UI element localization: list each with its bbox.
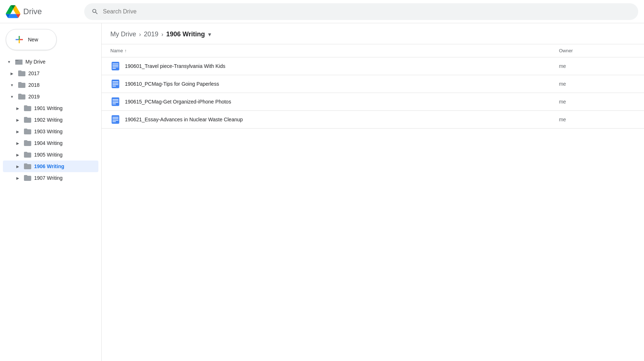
sidebar-item-my-drive[interactable]: My Drive	[3, 56, 98, 68]
sidebar-item-label-1902: 1902 Writing	[34, 117, 62, 123]
new-button-label: New	[28, 37, 38, 42]
sidebar-item-label-2017: 2017	[28, 70, 40, 76]
file-name-cell: 190621_Essay-Advances in Nuclear Waste C…	[102, 111, 550, 129]
folder-icon-2019	[17, 92, 26, 101]
svg-rect-18	[113, 118, 118, 119]
sidebar-item-1905[interactable]: 1905 Writing	[3, 149, 98, 161]
file-row-name: 190621_Essay-Advances in Nuclear Waste C…	[110, 114, 542, 125]
drive-logo-icon	[6, 4, 20, 19]
table-row[interactable]: 190610_PCMag-Tips for Going Paperless me	[102, 75, 644, 93]
file-name-cell: 190610_PCMag-Tips for Going Paperless	[102, 75, 550, 93]
sidebar-item-label-1905: 1905 Writing	[34, 152, 62, 158]
sidebar-item-1903[interactable]: 1903 Writing	[3, 126, 98, 137]
sidebar-item-label-my-drive: My Drive	[25, 59, 45, 65]
chevron-right-icon-1907	[15, 175, 21, 181]
logo-text: Drive	[23, 7, 42, 16]
svg-rect-10	[113, 86, 116, 86]
search-input[interactable]	[103, 8, 631, 15]
doc-icon	[110, 79, 121, 89]
table-row[interactable]: 190601_Travel piece-Transylvania With Ki…	[102, 57, 644, 75]
chevron-down-icon-2018	[9, 82, 15, 88]
breadcrumb-item-my-drive[interactable]: My Drive	[110, 31, 136, 38]
owner-text: me	[559, 99, 566, 105]
svg-rect-13	[113, 101, 118, 101]
svg-rect-16	[112, 115, 119, 123]
sidebar-item-label-1907: 1907 Writing	[34, 175, 62, 181]
svg-rect-7	[113, 81, 118, 82]
folder-icon-2018	[17, 81, 26, 89]
sidebar-item-2019[interactable]: 2019	[3, 91, 98, 102]
svg-rect-11	[112, 97, 119, 106]
breadcrumb-current-label: 1906 Writing	[166, 31, 205, 38]
sidebar: New My Drive 2017	[0, 23, 102, 361]
table-header-row: Name ↑ Owner	[102, 44, 644, 57]
my-drive-icon	[15, 57, 23, 66]
svg-rect-12	[113, 99, 118, 100]
svg-rect-19	[113, 120, 118, 121]
table-row[interactable]: 190621_Essay-Advances in Nuclear Waste C…	[102, 111, 644, 129]
column-name-label: Name	[110, 48, 123, 53]
file-name-cell: 190601_Travel piece-Transylvania With Ki…	[102, 57, 550, 75]
folder-icon-1905	[23, 150, 32, 159]
sidebar-item-1901[interactable]: 1901 Writing	[3, 102, 98, 114]
file-row-name: 190610_PCMag-Tips for Going Paperless	[110, 79, 542, 89]
folder-icon-1906	[23, 162, 32, 171]
sidebar-item-1907[interactable]: 1907 Writing	[3, 172, 98, 184]
svg-rect-6	[112, 80, 119, 88]
search-icon	[91, 8, 99, 15]
svg-rect-15	[113, 104, 116, 104]
folder-icon-1902	[23, 115, 32, 124]
column-owner[interactable]: Owner	[550, 44, 644, 57]
sidebar-item-label-1903: 1903 Writing	[34, 129, 62, 134]
owner-text: me	[559, 63, 566, 69]
sidebar-item-1906[interactable]: 1906 Writing	[3, 161, 98, 172]
file-row-name: 190615_PCMag-Get Organized-iPhone Photos	[110, 97, 542, 107]
owner-text: me	[559, 117, 566, 122]
breadcrumb-item-2019[interactable]: 2019	[144, 31, 158, 38]
chevron-right-icon-1904	[15, 140, 21, 146]
main-content: My Drive › 2019 › 1906 Writing ▼ Name ↑	[102, 23, 644, 361]
sidebar-item-label-1904: 1904 Writing	[34, 140, 62, 146]
sort-arrow-icon: ↑	[125, 48, 127, 53]
owner-text: me	[559, 81, 566, 87]
doc-icon	[110, 97, 121, 107]
sidebar-item-1902[interactable]: 1902 Writing	[3, 114, 98, 126]
file-table: Name ↑ Owner	[102, 44, 644, 129]
logo-link[interactable]: Drive	[6, 4, 78, 19]
chevron-right-icon-1902	[15, 117, 21, 123]
file-rows: 190601_Travel piece-Transylvania With Ki…	[102, 57, 644, 129]
sidebar-item-2017[interactable]: 2017	[3, 68, 98, 79]
folder-icon-1907	[23, 174, 32, 182]
sidebar-item-label-1901: 1901 Writing	[34, 105, 62, 111]
file-name-text: 190610_PCMag-Tips for Going Paperless	[125, 81, 219, 87]
file-name-text: 190615_PCMag-Get Organized-iPhone Photos	[125, 99, 231, 105]
file-name-text: 190621_Essay-Advances in Nuclear Waste C…	[125, 117, 243, 122]
file-row-name: 190601_Travel piece-Transylvania With Ki…	[110, 61, 542, 71]
file-owner-cell: me	[550, 93, 644, 111]
column-owner-label: Owner	[559, 48, 573, 53]
chevron-right-icon-1903	[15, 128, 21, 135]
breadcrumb-sep-2: ›	[161, 31, 163, 38]
table-row[interactable]: 190615_PCMag-Get Organized-iPhone Photos…	[102, 93, 644, 111]
new-button[interactable]: New	[6, 29, 57, 50]
folder-icon-2017	[17, 69, 26, 78]
doc-icon	[110, 114, 121, 125]
svg-rect-2	[113, 64, 118, 64]
search-bar[interactable]	[84, 3, 638, 20]
chevron-right-icon	[9, 70, 15, 77]
svg-rect-9	[113, 84, 118, 85]
sidebar-item-label-1906: 1906 Writing	[34, 163, 64, 169]
sidebar-item-2018[interactable]: 2018	[3, 79, 98, 91]
sidebar-item-1904[interactable]: 1904 Writing	[3, 137, 98, 149]
sidebar-item-label-2019: 2019	[28, 94, 40, 100]
svg-rect-8	[113, 83, 118, 84]
file-owner-cell: me	[550, 57, 644, 75]
svg-rect-1	[112, 62, 119, 70]
folder-icon-1901	[23, 104, 32, 113]
column-name[interactable]: Name ↑	[102, 44, 550, 57]
svg-rect-14	[113, 102, 118, 103]
breadcrumb-current[interactable]: 1906 Writing ▼	[166, 31, 212, 38]
file-owner-cell: me	[550, 75, 644, 93]
svg-rect-3	[113, 65, 118, 66]
svg-rect-5	[113, 68, 116, 69]
